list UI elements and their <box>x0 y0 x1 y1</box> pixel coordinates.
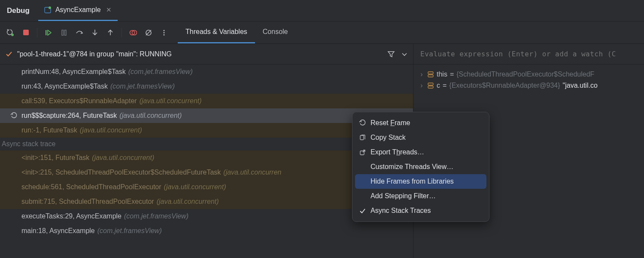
frame-package: (java.util.concurrent) <box>119 111 182 121</box>
frame-text: call:539, Executors$RunnableAdapter <box>21 96 137 106</box>
menu-label: Customize Threads View… <box>371 163 453 171</box>
reset-frame-icon <box>10 112 17 119</box>
step-into-button[interactable] <box>88 26 102 40</box>
frame-package: (java.util.concurrent) <box>157 197 219 207</box>
svg-rect-16 <box>428 83 433 85</box>
svg-point-1 <box>49 6 51 9</box>
filter-icon[interactable] <box>387 50 395 58</box>
menu-copy-stack[interactable]: Copy Stack <box>352 130 489 145</box>
svg-rect-15 <box>428 75 433 77</box>
frame-text: executeTasks:29, AsyncExample <box>21 211 122 221</box>
pause-button[interactable] <box>57 26 71 40</box>
check-icon <box>358 208 366 214</box>
frame-text: run$$$capture:264, FutureTask <box>21 111 117 121</box>
stack-frame[interactable]: executeTasks:29, AsyncExample (com.jet.f… <box>0 209 413 224</box>
toolbar-separator <box>37 28 37 37</box>
stack-frame[interactable]: submit:715, ScheduledThreadPoolExecutor … <box>0 194 413 209</box>
frame-package: (java.util.concurrent) <box>80 125 142 135</box>
menu-add-stepping-filter[interactable]: Add Stepping Filter… <box>352 189 489 203</box>
frame-text: main:18, AsyncExample <box>21 226 95 236</box>
debug-panels: "pool-1-thread-1"@784 in group "main": R… <box>0 44 644 258</box>
copy-icon <box>358 135 366 141</box>
frames-list: printNum:48, AsyncExample$Task (com.jet.… <box>0 64 413 258</box>
svg-point-11 <box>164 30 165 31</box>
export-icon <box>358 149 366 156</box>
frame-text: <init>:151, FutureTask <box>21 153 89 163</box>
variable-value: {ScheduledThreadPoolExecutor$ScheduledF <box>456 71 594 78</box>
menu-async-stack-traces[interactable]: Async Stack Traces <box>352 203 489 218</box>
frame-package: (java.util.concurrent) <box>92 153 154 163</box>
svg-rect-14 <box>428 72 433 74</box>
frame-text: printNum:48, AsyncExample$Task <box>21 67 126 77</box>
variable-name: this <box>437 71 447 78</box>
variables-list: › this = {ScheduledThreadPoolExecutor$Sc… <box>413 64 644 95</box>
stack-frame[interactable]: run:43, AsyncExample$Task (com.jet.frame… <box>0 79 413 94</box>
title-bar: Debug AsyncExample ✕ <box>0 0 644 22</box>
stack-frame[interactable]: schedule:561, ScheduledThreadPoolExecuto… <box>0 180 413 194</box>
evaluate-expression-bar[interactable] <box>413 44 644 64</box>
menu-customize-threads-view[interactable]: Customize Threads View… <box>352 160 489 174</box>
variable-value: {Executors$RunnableAdapter@934} <box>449 82 560 89</box>
stop-button[interactable] <box>19 26 33 40</box>
mute-breakpoints-button[interactable] <box>142 26 155 40</box>
tab-threads-variables[interactable]: Threads & Variables <box>178 22 255 43</box>
frame-package: (com.jet.framesView) <box>110 81 175 92</box>
stack-frame[interactable]: <init>:215, ScheduledThreadPoolExecutor$… <box>0 165 413 180</box>
menu-label: Export Threads… <box>371 148 424 156</box>
frame-text: submit:715, ScheduledThreadPoolExecutor <box>21 197 154 207</box>
thread-status-icon <box>5 50 13 58</box>
menu-hide-frames-from-libraries[interactable]: Hide Frames from Libraries <box>355 174 486 189</box>
stack-frame[interactable]: run$$$capture:264, FutureTask (java.util… <box>0 108 413 123</box>
step-over-button[interactable] <box>73 26 86 40</box>
frame-text: run:-1, FutureTask <box>21 125 77 135</box>
stack-frame[interactable]: main:18, AsyncExample (com.jet.framesVie… <box>0 224 413 238</box>
menu-export-threads[interactable]: Export Threads… <box>352 145 489 160</box>
close-tab-icon[interactable]: ✕ <box>106 6 112 14</box>
view-breakpoints-button[interactable] <box>126 26 140 40</box>
frame-package: (java.util.concurren <box>223 167 281 178</box>
menu-reset-frame[interactable]: Reset Frame <box>352 116 489 130</box>
svg-rect-5 <box>62 30 64 35</box>
async-trace-header: Async stack trace <box>0 138 413 150</box>
tab-console[interactable]: Console <box>255 22 296 43</box>
rerun-button[interactable] <box>3 26 17 40</box>
frames-context-menu: Reset Frame Copy Stack Export Threads… C… <box>352 112 489 222</box>
more-actions-button[interactable] <box>157 26 171 40</box>
thread-label: "pool-1-thread-1"@784 in group "main": R… <box>17 50 383 58</box>
frame-package: (java.util.concurrent) <box>140 96 202 106</box>
variable-row[interactable]: › c = {Executors$RunnableAdapter@934} "j… <box>419 80 639 91</box>
frame-text: schedule:561, ScheduledThreadPoolExecuto… <box>21 182 161 192</box>
svg-point-12 <box>164 32 165 33</box>
frame-package: (java.util.concurrent) <box>164 182 226 192</box>
stack-frame[interactable]: call:539, Executors$RunnableAdapter (jav… <box>0 94 413 108</box>
variable-name: c <box>437 82 440 89</box>
frame-text: <init>:215, ScheduledThreadPoolExecutor$… <box>21 167 221 178</box>
variable-string: "java.util.co <box>563 82 598 89</box>
step-out-button[interactable] <box>103 26 117 40</box>
menu-label: Reset Frame <box>371 119 410 127</box>
thread-selector-bar[interactable]: "pool-1-thread-1"@784 in group "main": R… <box>0 44 413 64</box>
class-file-icon <box>44 6 52 14</box>
chevron-right-icon[interactable]: › <box>419 82 425 89</box>
toolbar-separator <box>122 28 122 37</box>
tab-label: AsyncExample <box>55 6 101 14</box>
svg-rect-3 <box>23 30 29 35</box>
object-icon <box>427 71 434 78</box>
svg-rect-17 <box>428 86 433 88</box>
stack-frame[interactable]: <init>:151, FutureTask (java.util.concur… <box>0 150 413 165</box>
stack-frame[interactable]: printNum:48, AsyncExample$Task (com.jet.… <box>0 64 413 79</box>
chevron-right-icon[interactable]: › <box>419 71 425 78</box>
resume-button[interactable] <box>42 26 55 40</box>
svg-rect-18 <box>360 135 364 140</box>
debug-session-tab[interactable]: AsyncExample ✕ <box>38 0 118 21</box>
svg-point-2 <box>11 34 14 36</box>
chevron-down-icon[interactable] <box>401 51 408 58</box>
stack-frame[interactable]: run:-1, FutureTask (java.util.concurrent… <box>0 123 413 138</box>
frame-package: (com.jet.framesView) <box>97 226 162 236</box>
menu-label: Add Stepping Filter… <box>371 192 436 200</box>
menu-label: Copy Stack <box>371 134 406 141</box>
svg-rect-6 <box>65 30 67 35</box>
variable-row[interactable]: › this = {ScheduledThreadPoolExecutor$Sc… <box>419 69 639 80</box>
svg-point-13 <box>164 34 165 35</box>
evaluate-expression-input[interactable] <box>420 50 637 58</box>
